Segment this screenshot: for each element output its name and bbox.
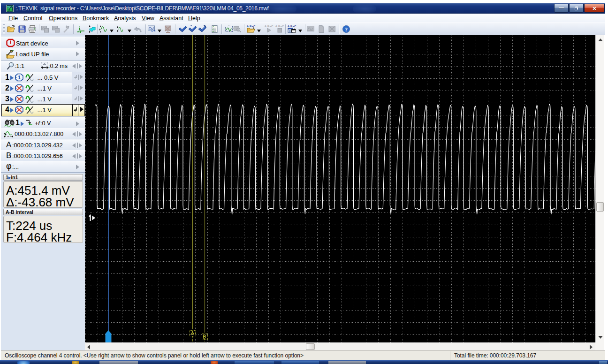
svg-text:A:B+C: A:B+C <box>275 25 284 28</box>
svg-text:A:B+C: A:B+C <box>288 25 296 28</box>
svg-text:A:B+C: A:B+C <box>247 25 256 28</box>
svg-text:A:B+C: A:B+C <box>265 25 274 28</box>
svg-text:?: ? <box>345 26 348 33</box>
svg-text:1: 1 <box>18 75 21 80</box>
